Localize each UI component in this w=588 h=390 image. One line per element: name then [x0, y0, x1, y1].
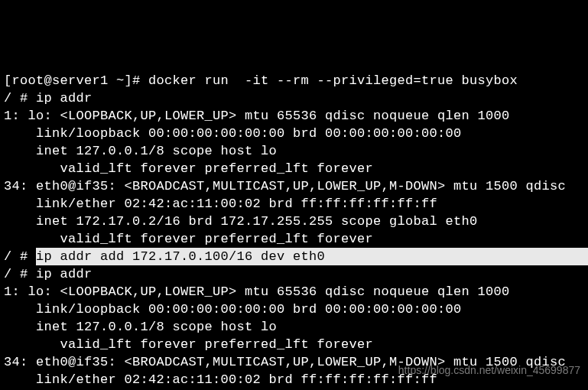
terminal-line: / # ip addr [4, 89, 584, 107]
terminal-line: / # ip addr add 172.17.0.100/16 dev eth0 [4, 248, 584, 265]
highlighted-command: ip addr add 172.17.0.100/16 dev eth0 [36, 248, 588, 265]
terminal-line: inet 172.17.0.2/16 brd 172.17.255.255 sc… [4, 213, 584, 230]
terminal-line: [root@server1 ~]# docker run -it --rm --… [4, 72, 584, 89]
terminal-line: valid_lft forever preferred_lft forever [4, 160, 584, 177]
terminal-line: link/loopback 00:00:00:00:00:00 brd 00:0… [4, 301, 584, 318]
terminal-line: link/loopback 00:00:00:00:00:00 brd 00:0… [4, 125, 584, 142]
watermark-text: https://blog.csdn.net/weixin_45699877 [398, 362, 580, 379]
terminal-line: 34: eth0@if35: <BROADCAST,MULTICAST,UP,L… [4, 177, 584, 195]
terminal-line: inet 127.0.0.1/8 scope host lo [4, 318, 584, 336]
terminal-line: valid_lft forever preferred_lft forever [4, 230, 584, 248]
prompt-prefix: / # [4, 249, 36, 264]
terminal-line: / # ip addr [4, 265, 584, 283]
terminal-line: 1: lo: <LOOPBACK,UP,LOWER_UP> mtu 65536 … [4, 107, 584, 125]
terminal-line: 1: lo: <LOOPBACK,UP,LOWER_UP> mtu 65536 … [4, 283, 584, 301]
terminal-line: link/ether 02:42:ac:11:00:02 brd ff:ff:f… [4, 195, 584, 213]
terminal-line: valid_lft forever preferred_lft forever [4, 336, 584, 353]
terminal-output[interactable]: [root@server1 ~]# docker run -it --rm --… [0, 70, 588, 390]
terminal-line: inet 127.0.0.1/8 scope host lo [4, 142, 584, 160]
